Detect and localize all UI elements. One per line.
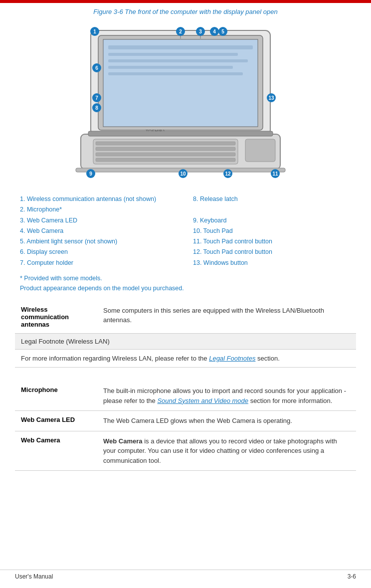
components-col-right: 8. Release latch 9. Keyboard 10. Touch P… bbox=[193, 194, 356, 268]
svg-text:12: 12 bbox=[225, 171, 231, 177]
sound-system-link[interactable]: Sound System and Video mode bbox=[157, 397, 248, 404]
label-webcam: Web Camera bbox=[15, 431, 97, 471]
svg-text:13: 13 bbox=[268, 95, 274, 101]
spacer-cell bbox=[15, 368, 356, 382]
svg-text:3: 3 bbox=[199, 29, 202, 34]
svg-text:6: 6 bbox=[95, 65, 98, 71]
svg-rect-11 bbox=[96, 147, 235, 151]
table-row-webcam-led: Web Camera LED The Web Camera LED glows … bbox=[15, 411, 356, 431]
table-row-legal-header: Legal Footnote (Wireless LAN) bbox=[15, 333, 356, 349]
label-webcam-led: Web Camera LED bbox=[15, 411, 97, 431]
page-content: Figure 3-6 The front of the computer wit… bbox=[0, 3, 371, 481]
spacer-row bbox=[15, 368, 356, 382]
component-9: 9. Keyboard bbox=[193, 215, 356, 226]
svg-text:11: 11 bbox=[272, 171, 278, 177]
component-3: 3. Web Camera LED bbox=[20, 215, 183, 226]
component-13: 13. Windows button bbox=[193, 258, 356, 268]
component-8: 8. Release latch bbox=[193, 194, 356, 204]
note: * Provided with some models. Product app… bbox=[20, 273, 351, 293]
legal-body: For more information regarding Wireless … bbox=[15, 349, 356, 368]
component-6: 6. Display screen bbox=[20, 247, 183, 257]
component-10: 10. Touch Pad bbox=[193, 226, 356, 236]
table-row-webcam: Web Camera Web Camera is a device that a… bbox=[15, 431, 356, 471]
legal-footnotes-link[interactable]: Legal Footnotes bbox=[209, 355, 255, 362]
component-2: 2. Microphone* bbox=[20, 204, 183, 215]
svg-rect-4 bbox=[108, 53, 238, 56]
laptop-svg: TOSHIBA 1 2 3 4 5 6 bbox=[61, 20, 310, 180]
label-wireless: Wirelesscommunicationantennas bbox=[15, 301, 97, 334]
svg-rect-2 bbox=[103, 39, 258, 127]
svg-rect-13 bbox=[96, 158, 235, 162]
svg-text:8: 8 bbox=[95, 105, 98, 111]
table-row-wireless: Wirelesscommunicationantennas Some compu… bbox=[15, 301, 356, 334]
components-list: 1. Wireless communication antennas (not … bbox=[20, 194, 356, 268]
svg-text:10: 10 bbox=[180, 171, 186, 177]
component-5: 5. Ambient light sensor (not shown) bbox=[20, 236, 183, 247]
svg-rect-7 bbox=[108, 72, 243, 75]
component-12: 12. Touch Pad control button bbox=[193, 247, 356, 257]
component-1: 1. Wireless communication antennas (not … bbox=[20, 194, 183, 204]
desc-wireless: Some computers in this series are equipp… bbox=[97, 301, 356, 334]
figure-title: Figure 3-6 The front of the computer wit… bbox=[15, 8, 356, 15]
legal-header: Legal Footnote (Wireless LAN) bbox=[15, 333, 356, 349]
svg-text:5: 5 bbox=[221, 29, 224, 34]
components-col-left: 1. Wireless communication antennas (not … bbox=[20, 194, 183, 268]
page-footer: User's Manual 3-6 bbox=[0, 570, 371, 583]
desc-webcam: Web Camera is a device that allows you t… bbox=[97, 431, 356, 471]
svg-text:9: 9 bbox=[89, 171, 92, 177]
component-7: 7. Computer holder bbox=[20, 258, 183, 268]
svg-text:2: 2 bbox=[179, 29, 182, 34]
table-row-microphone: Microphone The built-in microphone allow… bbox=[15, 381, 356, 411]
table-row-legal-body: For more information regarding Wireless … bbox=[15, 349, 356, 368]
label-microphone: Microphone bbox=[15, 381, 97, 411]
svg-rect-10 bbox=[96, 142, 235, 145]
svg-rect-5 bbox=[108, 59, 248, 62]
svg-rect-12 bbox=[96, 153, 235, 156]
laptop-diagram: TOSHIBA 1 2 3 4 5 6 bbox=[15, 20, 356, 190]
svg-rect-3 bbox=[108, 45, 253, 49]
svg-rect-16 bbox=[88, 131, 273, 136]
component-spacer bbox=[193, 204, 356, 215]
footer-left: User's Manual bbox=[15, 573, 53, 580]
footer-right: 3-6 bbox=[348, 573, 356, 580]
note-line2: Product appearance depends on the model … bbox=[20, 283, 351, 293]
note-line1: * Provided with some models. bbox=[20, 273, 351, 283]
svg-text:7: 7 bbox=[95, 95, 98, 101]
info-table: Wirelesscommunicationantennas Some compu… bbox=[15, 301, 356, 471]
svg-rect-14 bbox=[245, 139, 275, 162]
desc-microphone: The built-in microphone allows you to im… bbox=[97, 381, 356, 411]
svg-text:1: 1 bbox=[93, 29, 96, 34]
svg-rect-6 bbox=[108, 66, 233, 69]
svg-text:4: 4 bbox=[213, 29, 216, 34]
component-11: 11. Touch Pad control button bbox=[193, 236, 356, 247]
desc-webcam-led: The Web Camera LED glows when the Web Ca… bbox=[97, 411, 356, 431]
component-4: 4. Web Camera bbox=[20, 226, 183, 236]
